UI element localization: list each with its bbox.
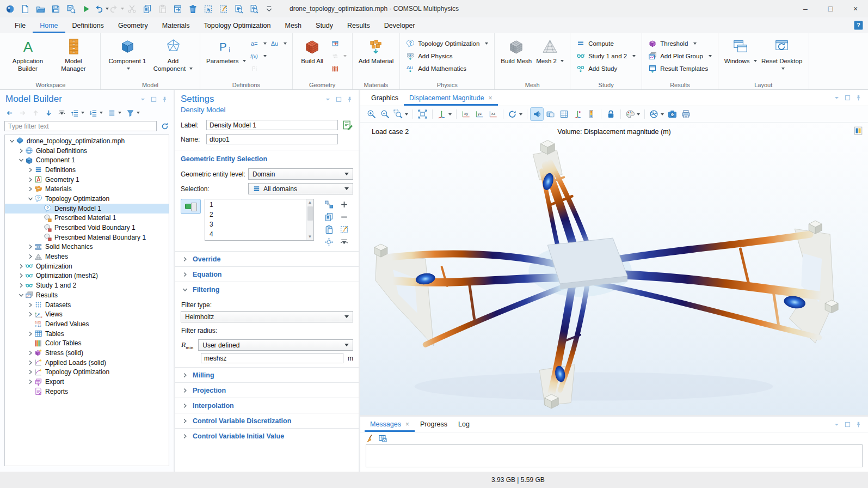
zoom-in-button[interactable] xyxy=(365,108,378,120)
panel-float-icon[interactable] xyxy=(335,96,342,103)
tree-item-meshes[interactable]: Meshes xyxy=(5,252,169,261)
panel-pin-icon[interactable] xyxy=(855,94,862,101)
plot-thumbnail-icon[interactable] xyxy=(853,126,863,136)
add-component-button[interactable]: Add Component xyxy=(150,36,196,74)
menu-tab-mesh[interactable]: Mesh xyxy=(278,17,309,33)
selection-list-item[interactable]: 1 xyxy=(205,200,306,210)
message-table-settings-button[interactable] xyxy=(378,434,387,443)
panel-menu-icon[interactable] xyxy=(139,96,146,103)
tree-item-definitions[interactable]: Definitions xyxy=(5,165,169,175)
section-milling[interactable]: Milling xyxy=(175,367,359,382)
save-search-button[interactable] xyxy=(64,2,78,16)
tree-item-tables[interactable]: Tables xyxy=(5,329,169,339)
remove-from-selection-button[interactable] xyxy=(340,212,349,222)
tree-expander-icon[interactable] xyxy=(27,379,34,385)
save-button[interactable] xyxy=(48,2,63,16)
copy-button[interactable] xyxy=(140,2,155,16)
menu-tab-results[interactable]: Results xyxy=(340,17,377,33)
selection-select[interactable]: All domains xyxy=(248,183,353,194)
expand-all-button[interactable] xyxy=(70,107,85,118)
panel-menu-icon[interactable] xyxy=(833,94,840,101)
zoom-extents-button[interactable] xyxy=(416,108,429,120)
show-button[interactable] xyxy=(57,107,67,118)
virtual-operations-button[interactable] xyxy=(330,64,347,72)
tree-expander-icon[interactable] xyxy=(27,369,34,375)
paste-button[interactable] xyxy=(155,2,170,16)
add-plot-group-button[interactable]: Add Plot Group xyxy=(648,52,712,60)
tree-item-prescribed-void-boundary-1[interactable]: Prescribed Void Boundary 1 xyxy=(5,223,169,233)
view-yz-button[interactable]: yz xyxy=(473,108,486,120)
clear-messages-button[interactable] xyxy=(366,434,374,443)
name-field[interactable] xyxy=(206,134,338,144)
view-xz-button[interactable]: xz xyxy=(487,108,500,120)
log-search-button[interactable] xyxy=(247,2,261,16)
delete-button[interactable] xyxy=(186,2,200,16)
variables-button[interactable]: a= xyxy=(250,39,267,47)
maximize-button[interactable]: □ xyxy=(818,0,843,17)
scroll-up-icon[interactable]: ▲ xyxy=(308,199,312,206)
nonlocal-couplings-button[interactable]: Δu xyxy=(270,39,287,47)
tree-item-reports[interactable]: Reports xyxy=(5,387,169,396)
filter-button[interactable] xyxy=(125,107,141,118)
livelink-button[interactable] xyxy=(330,52,347,60)
move-up-button[interactable] xyxy=(30,107,41,118)
zoom-out-button[interactable] xyxy=(379,108,391,120)
messages-output[interactable] xyxy=(366,444,863,467)
tree-expander-icon[interactable] xyxy=(27,360,34,365)
tree-expander-icon[interactable] xyxy=(17,148,24,154)
customize-toolbar-button[interactable] xyxy=(262,2,276,16)
go-back-button[interactable] xyxy=(4,107,15,118)
tree-item-drone-topology-optimization-mph[interactable]: drone_topology_optimization.mph xyxy=(5,136,169,146)
paste-selection-button[interactable] xyxy=(324,225,334,234)
select-button[interactable] xyxy=(201,2,216,16)
add-mathematics-button[interactable]: ΔuAdd Mathematics xyxy=(406,64,488,73)
topology-optimization-interface-button[interactable]: ?Topology Optimization xyxy=(406,39,488,48)
panel-float-icon[interactable] xyxy=(844,94,851,101)
menu-tab-topology-optimization[interactable]: Topology Optimization xyxy=(196,17,278,33)
tree-item-prescribed-material-1[interactable]: Prescribed Material 1 xyxy=(5,213,169,223)
redo-button[interactable] xyxy=(109,2,124,16)
new-file-button[interactable] xyxy=(18,2,33,16)
tree-expander-icon[interactable] xyxy=(8,138,15,144)
messages-tab-progress[interactable]: Progress xyxy=(415,417,453,432)
go-to-view-button[interactable] xyxy=(436,108,453,120)
view-xy-button[interactable]: xy xyxy=(460,108,472,120)
clear-selection-button[interactable] xyxy=(216,2,231,16)
filter-type-select[interactable]: Helmholtz xyxy=(181,311,353,322)
section-control-variable-initial-value[interactable]: Control Variable Initial Value xyxy=(175,428,359,443)
tree-expander-icon[interactable] xyxy=(17,157,24,163)
close-tab-icon[interactable]: × xyxy=(405,420,409,428)
tree-item-derived-values[interactable]: 8.85e-12Derived Values xyxy=(5,319,169,329)
graphics-canvas[interactable]: Load case 2 Volume: Displacement magnitu… xyxy=(360,123,868,415)
section-control-variable-discretization[interactable]: Control Variable Discretization xyxy=(175,413,359,428)
panel-menu-icon[interactable] xyxy=(833,421,840,428)
tree-item-global-definitions[interactable]: Global Definitions xyxy=(5,146,169,156)
lock-view-button[interactable] xyxy=(605,108,617,120)
zoom-to-selection-button[interactable] xyxy=(324,237,334,247)
parameters-button[interactable]: PiParameters xyxy=(204,36,248,66)
panel-pin-icon[interactable] xyxy=(346,96,353,103)
entity-level-select[interactable]: Domain xyxy=(248,168,353,180)
move-down-button[interactable] xyxy=(44,107,54,118)
section-interpolation[interactable]: Interpolation xyxy=(175,398,359,413)
menu-tab-developer[interactable]: Developer xyxy=(377,17,422,33)
functions-button[interactable]: f(x) xyxy=(250,52,267,60)
tree-expander-icon[interactable] xyxy=(27,331,34,337)
clear-selection-button[interactable] xyxy=(340,225,349,234)
study-1-and-2-button[interactable]: Study 1 and 2 xyxy=(576,52,636,60)
tree-expander-icon[interactable] xyxy=(17,292,24,298)
copy-selection-button[interactable] xyxy=(324,212,334,222)
tree-item-solid-mechanics[interactable]: Solid Mechanics xyxy=(5,242,169,252)
undo-button[interactable] xyxy=(94,2,109,16)
graphics-tab-graphics[interactable]: Graphics xyxy=(366,90,404,106)
help-button[interactable]: ? xyxy=(854,21,863,30)
tree-item-export[interactable]: Export xyxy=(5,377,169,387)
show-color-legend-button[interactable] xyxy=(585,108,598,120)
tree-item-geometry-1[interactable]: Geometry 1 xyxy=(5,175,169,185)
model-manager-button[interactable]: Model Manager xyxy=(51,36,96,74)
component-1-button[interactable]: Component 1 xyxy=(104,36,150,74)
tree-item-applied-loads-solid[interactable]: Applied Loads (solid) xyxy=(5,358,169,368)
graphics-tab-displacement-magnitude[interactable]: Displacement Magnitude× xyxy=(404,90,498,106)
scroll-down-icon[interactable]: ▼ xyxy=(308,234,312,240)
section-equation[interactable]: Equation xyxy=(175,266,359,282)
